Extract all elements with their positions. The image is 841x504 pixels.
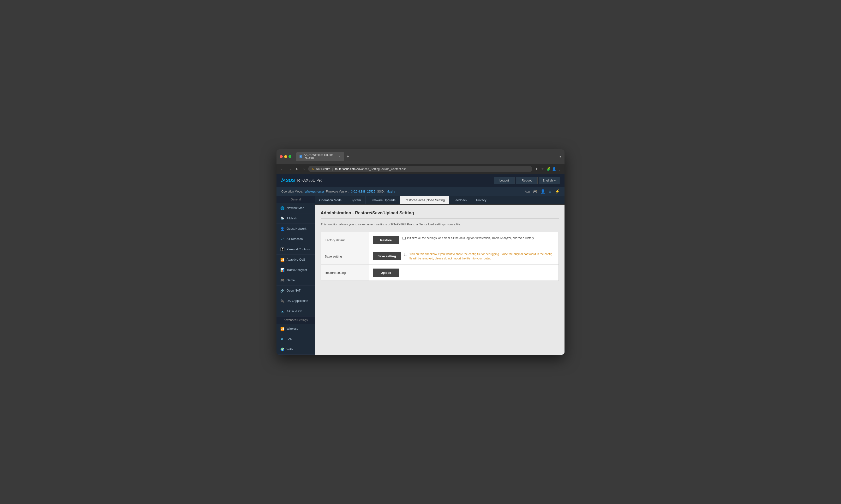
firmware-value[interactable]: 3.0.0.4.388_22525	[351, 190, 375, 193]
language-selector[interactable]: English ▾	[538, 177, 560, 184]
operation-mode-label: Operation Mode:	[281, 190, 303, 193]
save-setting-checkbox[interactable]	[404, 253, 407, 256]
sidebar-item-label-wireless: Wireless	[287, 327, 298, 330]
minimize-button[interactable]	[284, 155, 287, 158]
traffic-analyzer-icon: 📊	[280, 268, 285, 272]
menu-icon[interactable]: ⋮	[558, 167, 562, 171]
sidebar-item-parental-controls[interactable]: 👪 Parental Controls	[276, 244, 315, 255]
sidebar-item-adaptive-qos[interactable]: 📶 Adaptive QoS	[276, 255, 315, 265]
page-description: This function allows you to save current…	[321, 222, 559, 226]
url-text: router.asus.com/Advanced_SettingBackup_C…	[335, 167, 407, 171]
restore-button[interactable]: Restore	[373, 236, 399, 244]
sidebar-item-label-open-nat: Open NAT	[287, 289, 301, 292]
sidebar-item-aimesh[interactable]: 📡 AiMesh	[276, 213, 315, 224]
wireless-icon: 📶	[280, 326, 285, 331]
network-map-icon: 🌐	[280, 206, 285, 211]
logout-button[interactable]: Logout	[494, 177, 515, 184]
active-browser-tab[interactable]: A ASUS Wireless Router RT-AX8 ✕	[296, 152, 344, 161]
page-title: Administration - Restore/Save/Upload Set…	[321, 211, 559, 219]
address-bar[interactable]: ⚠ Not Secure | router.asus.com/Advanced_…	[308, 166, 532, 172]
monitor-icon: 🖥	[548, 190, 552, 194]
forward-button[interactable]: →	[287, 167, 292, 172]
ssid-value[interactable]: Mezha	[387, 190, 395, 193]
share-icon[interactable]: ⬆	[535, 167, 538, 171]
aimesh-icon: 📡	[280, 216, 285, 221]
close-button[interactable]	[280, 155, 283, 158]
tab-privacy[interactable]: Privacy	[472, 196, 491, 204]
sidebar-item-label-traffic-analyzer: Traffic Analyzer	[287, 268, 307, 272]
bookmark-icon[interactable]: ☆	[540, 167, 544, 171]
tab-dropdown-button[interactable]: ▾	[560, 155, 561, 159]
tab-favicon: A	[299, 155, 302, 158]
page-content: Administration - Restore/Save/Upload Set…	[315, 205, 565, 355]
status-bar: Operation Mode: Wireless router Firmware…	[276, 187, 565, 196]
app-label: App	[525, 190, 530, 193]
maximize-button[interactable]	[289, 155, 291, 158]
sidebar-item-guest-network[interactable]: 👤 Guest Network	[276, 224, 315, 234]
tab-system[interactable]: System	[346, 196, 365, 204]
factory-default-label: Factory default	[321, 232, 369, 248]
factory-default-checkbox-group: Initialize all the settings, and clear a…	[402, 236, 534, 240]
language-label: English	[543, 179, 553, 182]
profile-icon[interactable]: 👤	[552, 167, 556, 171]
sidebar-item-wireless[interactable]: 📶 Wireless	[276, 324, 315, 334]
gamepad-icon: 🎮	[533, 189, 538, 194]
guest-network-icon: 👤	[280, 226, 285, 231]
reboot-button[interactable]: Reboot	[516, 177, 538, 184]
sidebar-item-game[interactable]: 🎮 Game	[276, 275, 315, 286]
extensions-icon[interactable]: 🧩	[546, 167, 550, 171]
home-button[interactable]: ⌂	[302, 167, 306, 172]
sidebar-item-label-guest-network: Guest Network	[287, 227, 307, 230]
save-setting-note: Click on this checkbox if you want to sh…	[409, 252, 555, 260]
tab-restore-save-upload[interactable]: Restore/Save/Upload Setting	[400, 196, 449, 204]
router-header: /ASUS RT-AX86U Pro Logout Reboot English…	[276, 174, 565, 187]
tab-title: ASUS Wireless Router RT-AX8	[304, 153, 336, 160]
adaptive-qos-icon: 📶	[280, 257, 285, 262]
save-setting-button[interactable]: Save setting	[373, 252, 401, 260]
main-layout: General 🌐 Network Map 📡 AiMesh 👤 Guest N…	[276, 196, 565, 355]
sidebar-item-wan[interactable]: 🌍 WAN	[276, 344, 315, 355]
sidebar-item-aicloud[interactable]: ☁ AiCloud 2.0	[276, 306, 315, 317]
factory-default-checkbox[interactable]	[402, 237, 406, 240]
router-model: RT-AX86U Pro	[297, 178, 323, 183]
tab-close-button[interactable]: ✕	[339, 155, 341, 158]
game-icon: 🎮	[280, 278, 285, 283]
restore-setting-control: Upload	[369, 265, 559, 281]
settings-table: Factory default Restore Initialize all t…	[321, 232, 559, 281]
sidebar-item-open-nat[interactable]: 🔗 Open NAT	[276, 286, 315, 296]
new-tab-button[interactable]: +	[345, 154, 351, 159]
operation-mode-value[interactable]: Wireless router	[305, 190, 324, 193]
back-button[interactable]: ←	[279, 167, 285, 172]
browser-tabs: A ASUS Wireless Router RT-AX8 ✕ +	[296, 152, 557, 161]
sidebar-item-lan[interactable]: 🖥 LAN	[276, 334, 315, 344]
router-brand: /ASUS RT-AX86U Pro	[281, 178, 323, 183]
sidebar-item-label-aimesh: AiMesh	[287, 217, 297, 220]
tab-firmware-upgrade[interactable]: Firmware Upgrade	[365, 196, 400, 204]
sidebar-item-label-wan: WAN	[287, 348, 293, 351]
sidebar-item-network-map[interactable]: 🌐 Network Map	[276, 203, 315, 213]
sidebar-item-label-aiprotection: AiProtection	[287, 237, 303, 241]
browser-toolbar-right: ⬆ ☆ 🧩 👤 ⋮	[535, 167, 562, 171]
usb-icon: ⚡	[555, 189, 560, 194]
factory-default-row: Factory default Restore Initialize all t…	[321, 232, 559, 248]
restore-setting-row: Restore setting Upload	[321, 265, 559, 281]
general-section-label: General	[276, 196, 315, 203]
sidebar-item-label-aicloud: AiCloud 2.0	[287, 309, 302, 313]
wan-icon: 🌍	[280, 347, 285, 352]
router-ui: /ASUS RT-AX86U Pro Logout Reboot English…	[276, 174, 565, 355]
not-secure-text: Not Secure	[316, 167, 330, 171]
not-secure-icon: ⚠	[311, 167, 314, 170]
sidebar-item-aiprotection[interactable]: 🛡 AiProtection	[276, 234, 315, 244]
url-path: /Advanced_SettingBackup_Content.asp	[356, 167, 406, 171]
upload-button[interactable]: Upload	[373, 269, 399, 277]
sidebar-item-label-lan: LAN	[287, 337, 292, 341]
sidebar-item-label-usb-application: USB Application	[287, 299, 308, 303]
browser-addressbar: ← → ↻ ⌂ ⚠ Not Secure | router.asus.com/A…	[276, 164, 565, 174]
tab-operation-mode[interactable]: Operation Mode	[315, 196, 346, 204]
ssid-label: SSID:	[377, 190, 384, 193]
save-setting-control: Save setting Click on this checkbox if y…	[369, 248, 559, 265]
sidebar-item-usb-application[interactable]: 🔌 USB Application	[276, 296, 315, 306]
refresh-button[interactable]: ↻	[295, 167, 299, 172]
tab-feedback[interactable]: Feedback	[449, 196, 472, 204]
sidebar-item-traffic-analyzer[interactable]: 📊 Traffic Analyzer	[276, 265, 315, 275]
